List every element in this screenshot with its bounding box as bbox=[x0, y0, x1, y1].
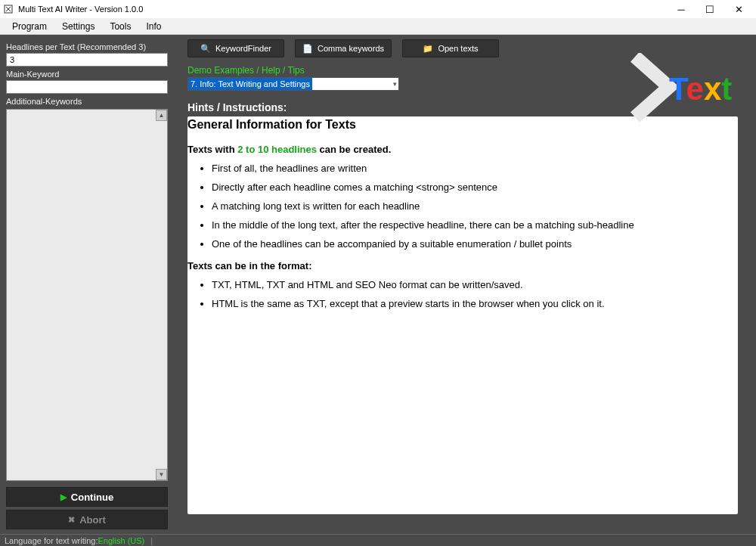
main-keyword-label: Main-Keyword bbox=[6, 70, 168, 79]
continue-button[interactable]: ▶ Continue bbox=[6, 487, 168, 507]
additional-keywords-textarea[interactable] bbox=[6, 109, 168, 481]
demo-dropdown-selected: 7. Info: Text Writing and Settings bbox=[188, 78, 312, 90]
continue-label: Continue bbox=[71, 492, 113, 503]
headlines-label: Headlines per Text (Recommended 3) bbox=[6, 42, 168, 51]
open-texts-label: Open texts bbox=[438, 44, 478, 53]
content-list-2: TXT, HTML, TXT and HTML and SEO Neo form… bbox=[212, 279, 726, 309]
scroll-up-button[interactable]: ▲ bbox=[156, 110, 167, 121]
list-item: Directly after each headline comes a mat… bbox=[212, 181, 726, 193]
list-item: One of the headlines can be accompanied … bbox=[212, 238, 726, 250]
menubar: Program Settings Tools Info bbox=[0, 18, 756, 35]
headlines-input[interactable] bbox=[6, 53, 168, 67]
main-area: 🔍 KeywordFinder 📄 Comma keywords 📁 Open … bbox=[174, 35, 756, 534]
demo-examples-label: Demo Examples / Help / Tips bbox=[187, 65, 738, 76]
menu-tools[interactable]: Tools bbox=[102, 20, 138, 33]
menu-settings[interactable]: Settings bbox=[54, 20, 102, 33]
app-icon bbox=[3, 4, 14, 14]
list-item: First of all, the headlines are written bbox=[212, 163, 726, 174]
window-title: Multi Text AI Writer - Version 1.0.0 bbox=[18, 5, 143, 14]
content-title: General Information for Texts bbox=[187, 116, 726, 136]
chevron-down-icon: ▾ bbox=[393, 80, 397, 88]
status-language-value: English (US) bbox=[98, 536, 145, 545]
hints-label: Hints / Instructions: bbox=[187, 101, 738, 113]
stop-icon: ✖ bbox=[68, 515, 75, 525]
abort-label: Abort bbox=[79, 514, 106, 526]
maximize-button[interactable]: ☐ bbox=[696, 0, 724, 18]
list-icon: 📄 bbox=[302, 44, 313, 54]
content-list-1: First of all, the headlines are written … bbox=[212, 163, 726, 250]
close-button[interactable]: ✕ bbox=[724, 0, 753, 18]
folder-icon: 📁 bbox=[423, 44, 433, 54]
abort-button[interactable]: ✖ Abort bbox=[6, 510, 168, 529]
open-texts-button[interactable]: 📁 Open texts bbox=[402, 39, 499, 57]
main-keyword-input[interactable] bbox=[6, 80, 168, 94]
demo-dropdown[interactable]: 7. Info: Text Writing and Settings ▾ bbox=[187, 77, 399, 91]
content-p2: Texts can be in the format: bbox=[187, 260, 726, 271]
content-p1: Texts with 2 to 10 headlines can be crea… bbox=[187, 144, 726, 155]
content-panel: General Information for Texts Texts with… bbox=[187, 116, 738, 514]
list-item: HTML is the same as TXT, except that a p… bbox=[212, 298, 726, 309]
keyword-finder-button[interactable]: 🔍 KeywordFinder bbox=[187, 39, 284, 57]
list-item: TXT, HTML, TXT and HTML and SEO Neo form… bbox=[212, 279, 726, 290]
toolbar: 🔍 KeywordFinder 📄 Comma keywords 📁 Open … bbox=[187, 39, 738, 57]
menu-info[interactable]: Info bbox=[138, 20, 169, 33]
comma-keywords-label: Comma keywords bbox=[318, 44, 384, 53]
keyword-finder-label: KeywordFinder bbox=[215, 44, 271, 53]
additional-keywords-label: Additional-Keywords bbox=[6, 97, 168, 106]
scroll-down-button[interactable]: ▼ bbox=[156, 469, 167, 480]
sidebar: Headlines per Text (Recommended 3) Main-… bbox=[0, 35, 174, 534]
status-language-label: Language for text writing: bbox=[5, 536, 98, 545]
titlebar: Multi Text AI Writer - Version 1.0.0 ─ ☐… bbox=[0, 0, 756, 18]
statusbar: Language for text writing: English (US) … bbox=[0, 534, 756, 546]
minimize-button[interactable]: ─ bbox=[667, 0, 696, 18]
menu-program[interactable]: Program bbox=[5, 20, 54, 33]
list-item: In the middle of the long text, after th… bbox=[212, 219, 726, 231]
list-item: A matching long text is written for each… bbox=[212, 200, 726, 212]
search-icon: 🔍 bbox=[200, 44, 211, 54]
comma-keywords-button[interactable]: 📄 Comma keywords bbox=[295, 39, 392, 57]
play-icon: ▶ bbox=[60, 492, 67, 502]
